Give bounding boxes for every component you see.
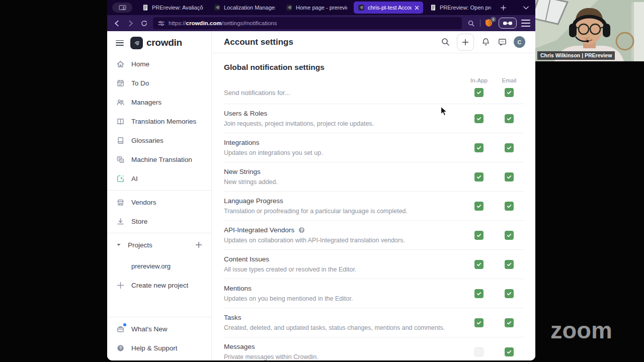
managers-icon	[116, 98, 125, 107]
document-favicon-icon	[430, 4, 437, 11]
email-checkbox[interactable]	[505, 143, 514, 152]
notification-row: API-Integrated Vendors Updates on collab…	[224, 221, 524, 250]
url-bar[interactable]: https://crowdin.com/settings#notificatio…	[153, 17, 462, 29]
browser-tab[interactable]: Home page - prereview	[282, 2, 351, 14]
glasses-extension-icon[interactable]	[499, 18, 517, 29]
firefox-view-button[interactable]	[112, 3, 132, 13]
sidebar: crowdin Home To Do Man	[107, 31, 212, 360]
email-checkbox[interactable]	[505, 318, 514, 327]
sidebar-project-link[interactable]: prereview.org	[107, 256, 211, 276]
sidebar-item[interactable]: To Do	[107, 73, 211, 93]
sidebar-divider	[107, 233, 211, 233]
notification-row: Messages Private messages within Crowdin…	[224, 337, 524, 360]
store-icon	[116, 217, 125, 226]
back-button[interactable]	[112, 19, 121, 28]
email-checkbox[interactable]	[505, 289, 514, 298]
page-header: Account settings	[212, 31, 535, 53]
adblock-shield-icon[interactable]: 6	[485, 19, 494, 28]
notification-row: New Strings New strings added.	[224, 162, 524, 192]
column-header: In-App	[464, 77, 494, 83]
document-favicon-icon	[142, 4, 149, 11]
url-text: https://crowdin.com/settings#notificatio…	[169, 20, 277, 26]
sidebar-footer: What's New ? Help & Support	[107, 315, 211, 360]
in-app-checkbox[interactable]	[474, 347, 484, 356]
browser-window: PREreview: Avaliações Localization Manag…	[107, 0, 535, 360]
new-tab-button[interactable]	[498, 2, 509, 13]
zoom-screen-share-view: PREreview: Avaliações Localization Manag…	[0, 0, 644, 362]
browser-tab-bar: PREreview: Avaliações Localization Manag…	[107, 0, 535, 15]
ai-icon	[116, 174, 125, 183]
sidebar-item[interactable]: What's New	[107, 319, 211, 338]
sidebar-divider	[107, 317, 211, 317]
notification-row: Integrations Updates on integrations you…	[224, 133, 524, 162]
browser-tab[interactable]: PREreview: Avaliações	[138, 2, 207, 14]
sidebar-item[interactable]: Translation Memories	[107, 112, 211, 131]
sidebar-item[interactable]: Vendors	[107, 193, 211, 212]
tab-close-icon[interactable]	[415, 6, 419, 10]
sidebar-item[interactable]: AI	[107, 169, 211, 188]
email-checkbox[interactable]	[505, 114, 514, 123]
in-app-checkbox[interactable]	[474, 202, 484, 211]
sidebar-item[interactable]: GA Machine Translation	[107, 150, 211, 169]
create-new-project-button[interactable]: Create new project	[107, 276, 211, 295]
crowdin-logo[interactable]: crowdin	[130, 37, 182, 49]
in-app-checkbox[interactable]	[474, 260, 484, 269]
in-app-checkbox[interactable]	[474, 318, 484, 327]
in-app-checkbox[interactable]	[474, 289, 484, 298]
browser-menu-icon[interactable]	[521, 20, 530, 27]
browser-nav-bar: https://crowdin.com/settings#notificatio…	[107, 15, 535, 31]
settings-content: Global notification settings In-App Emai…	[212, 53, 535, 360]
notification-row: Users & Roles Join requests, project inv…	[224, 104, 524, 133]
browser-tab[interactable]: PREreview: Open prepr	[426, 2, 495, 14]
in-app-checkbox[interactable]	[474, 114, 484, 123]
in-app-checkbox[interactable]	[474, 231, 484, 240]
user-avatar[interactable]: C	[514, 36, 525, 48]
in-app-checkbox[interactable]	[474, 143, 484, 152]
todo-icon	[116, 79, 125, 87]
reload-button[interactable]	[139, 19, 148, 28]
column-header: Email	[494, 77, 524, 83]
crowdin-favicon-icon	[214, 4, 221, 11]
forward-button[interactable]	[126, 19, 135, 28]
zoom-page-icon[interactable]	[466, 19, 475, 28]
sidebar-item[interactable]: Store	[107, 212, 211, 231]
sidebar-toggle-icon[interactable]	[116, 40, 124, 46]
crowdin-favicon-icon	[286, 4, 293, 11]
email-checkbox[interactable]	[505, 260, 514, 269]
send-notifications-row: Send notifications for...	[224, 83, 524, 104]
messages-chat-icon[interactable]	[497, 37, 507, 47]
vendor-badge-icon	[298, 226, 305, 234]
notification-row: Mentions Updates on you being mentioned …	[224, 279, 524, 308]
email-checkbox[interactable]	[505, 347, 514, 356]
add-project-icon[interactable]	[195, 241, 202, 248]
sidebar-projects-header[interactable]: Projects	[107, 235, 211, 254]
sidebar-item[interactable]: Home	[107, 54, 211, 73]
email-checkbox[interactable]	[505, 88, 514, 97]
crowdin-app: crowdin Home To Do Man	[107, 31, 535, 360]
section-heading: Global notification settings	[224, 63, 524, 72]
browser-tab[interactable]: chris-pt-test Accou	[354, 2, 423, 14]
whats-new-icon	[116, 325, 125, 333]
machine-translation-icon: GA	[116, 155, 125, 164]
email-checkbox[interactable]	[505, 202, 514, 211]
nav-separator	[480, 20, 480, 27]
browser-tab[interactable]: Localization Manageme	[210, 2, 279, 14]
notifications-bell-icon[interactable]	[480, 37, 491, 47]
sidebar-item[interactable]: Managers	[107, 93, 211, 112]
chevron-down-icon	[116, 242, 121, 247]
participant-video: Chris Wilkinson | PREreview	[535, 0, 644, 61]
in-app-checkbox[interactable]	[474, 172, 484, 182]
sidebar-item[interactable]: ? Help & Support	[107, 338, 211, 357]
email-checkbox[interactable]	[505, 231, 514, 240]
email-checkbox[interactable]	[505, 172, 514, 182]
site-permissions-icon[interactable]	[158, 20, 165, 27]
list-all-tabs-button[interactable]	[520, 2, 531, 13]
translation-memories-icon	[116, 117, 125, 126]
sidebar-item[interactable]: Glossaries	[107, 131, 211, 150]
plus-icon	[116, 281, 125, 290]
in-app-checkbox[interactable]	[474, 88, 484, 97]
sidebar-divider	[107, 190, 211, 191]
search-icon[interactable]	[440, 37, 450, 47]
svg-text:?: ?	[119, 345, 122, 350]
create-button[interactable]	[457, 34, 474, 51]
